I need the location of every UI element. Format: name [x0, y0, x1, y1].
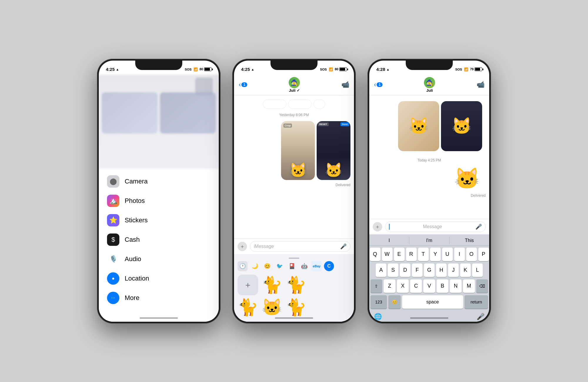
status-icons-3: SOS 📶 79 [455, 67, 482, 71]
chat-header-3: ‹ 1 🧙‍♀️ Juli 📹 [369, 75, 489, 95]
add-sticker-button[interactable]: ＋ [238, 275, 258, 295]
bird-tab[interactable]: 🐦 [275, 261, 285, 271]
sticker-cat-2[interactable]: 🐈 [286, 275, 306, 295]
location-arrow-icon: ▲ [116, 68, 119, 71]
sticker-cat-4[interactable]: 🐱 [262, 298, 282, 317]
key-w[interactable]: W [382, 248, 392, 261]
cash-menu-item[interactable]: $ Cash [99, 230, 219, 249]
sticker-row-2: 🐈 🐱 🐈 [238, 298, 350, 317]
key-j[interactable]: J [448, 263, 459, 277]
phone-3: 4:28 ▲ SOS 📶 79 [368, 59, 491, 323]
status-icons-2: SOS 📶 80 [320, 67, 347, 71]
blur-photo-1 [102, 92, 158, 134]
key-p[interactable]: P [478, 248, 489, 261]
photos-label: Photos [125, 197, 145, 205]
p3-image-1: 🐱 [398, 101, 439, 151]
emoji-tab[interactable]: 😊 [262, 261, 272, 271]
return-key[interactable]: return [465, 295, 488, 309]
message-row-2: Crop 🐱 RESET Done [238, 121, 350, 180]
space-key[interactable]: space [402, 295, 463, 309]
keyboard-suggestions: I I'm This [369, 234, 489, 246]
message-input-3[interactable]: Message 🎤 [385, 221, 486, 232]
key-m[interactable]: M [463, 279, 475, 293]
chat-header-2: ‹ 1 🧙‍♀️ Juli ✓ 📹 [234, 75, 354, 95]
notch-2 [270, 61, 318, 70]
key-c[interactable]: C [410, 279, 422, 293]
contacts-tab[interactable]: C [324, 261, 334, 271]
key-e[interactable]: E [394, 248, 405, 261]
suggestion-this[interactable]: This [450, 237, 489, 244]
sticker-cat-5[interactable]: 🐈 [286, 298, 306, 317]
more-icon: ··· [107, 292, 119, 304]
key-r[interactable]: R [406, 248, 417, 261]
key-n[interactable]: N [450, 279, 462, 293]
sticker-cat-1[interactable]: 🐈 [262, 275, 282, 295]
key-o[interactable]: O [466, 248, 477, 261]
suggestion-i[interactable]: I [369, 237, 409, 244]
key-s[interactable]: S [388, 263, 398, 277]
mic-icon-2: 🎤 [340, 243, 347, 250]
key-v[interactable]: V [423, 279, 435, 293]
key-h[interactable]: H [436, 263, 447, 277]
share-menu: ⬤ Camera 🏔️ Photos ⭐ Stick [99, 169, 219, 322]
camera-menu-item[interactable]: ⬤ Camera [99, 172, 219, 191]
key-l[interactable]: L [472, 263, 483, 277]
message-reactions [238, 99, 350, 109]
more-menu-item[interactable]: ··· More [99, 288, 219, 308]
globe-icon[interactable]: 🌐 [374, 313, 382, 321]
suggestion-im[interactable]: I'm [409, 237, 449, 244]
keyboard-mic-icon[interactable]: 🎤 [477, 313, 485, 321]
battery-1: 80 [200, 67, 212, 71]
numbers-key[interactable]: 123 [370, 295, 387, 309]
robot-tab[interactable]: 🤖 [299, 261, 309, 271]
back-button-3[interactable]: ‹ 1 [374, 81, 382, 89]
cash-icon: $ [107, 233, 119, 246]
blur-photos-row [102, 92, 216, 134]
stickers-menu-item[interactable]: ⭐ Stickers [99, 211, 219, 230]
wifi-icon-2: 📶 [329, 67, 333, 71]
recent-tab[interactable]: 🕐 [238, 261, 248, 271]
audio-menu-item[interactable]: 🎙️ Audio [99, 249, 219, 269]
message-image-1: Crop 🐱 [281, 121, 315, 180]
sticker-cat-3[interactable]: 🐈 [238, 298, 258, 317]
stickers-icon: ⭐ [107, 214, 119, 226]
location-menu-item[interactable]: ● Location [99, 269, 219, 288]
cat-sticker-sent: 🐱 [373, 166, 486, 191]
key-y[interactable]: Y [430, 248, 441, 261]
card-tab[interactable]: 🎴 [287, 261, 297, 271]
add-attachment-button-2[interactable]: ＋ [238, 242, 247, 251]
back-button-2[interactable]: ‹ 1 [239, 81, 247, 89]
key-b[interactable]: B [437, 279, 448, 293]
key-q[interactable]: Q [370, 248, 380, 261]
moon-tab[interactable]: 🌙 [250, 261, 260, 271]
key-u[interactable]: U [442, 248, 453, 261]
camera-label: Camera [125, 178, 148, 185]
key-k[interactable]: K [460, 263, 471, 277]
shift-key[interactable]: ⇧ [370, 279, 382, 293]
battery-3: 79 [470, 67, 482, 71]
wifi-icon-1: 📶 [193, 67, 198, 71]
key-d[interactable]: D [400, 263, 410, 277]
location-arrow-icon-2: ▲ [251, 68, 254, 71]
key-f[interactable]: F [412, 263, 422, 277]
delete-key[interactable]: ⌫ [476, 279, 488, 293]
video-call-button-3[interactable]: 📹 [477, 81, 485, 89]
video-call-button-2[interactable]: 📹 [341, 81, 349, 89]
status-time-2: 4:25 ▲ [241, 67, 254, 72]
add-attachment-button-3[interactable]: ＋ [373, 222, 382, 231]
delivered-label-2: Delivered [238, 183, 350, 187]
key-z[interactable]: Z [384, 279, 395, 293]
key-t[interactable]: T [418, 248, 429, 261]
p3-image-2: 🐱 [441, 101, 482, 151]
key-g[interactable]: G [424, 263, 435, 277]
message-input-2[interactable]: iMessage 🎤 [250, 241, 350, 252]
key-a[interactable]: A [376, 263, 386, 277]
keyboard-row-2: A S D F G H J K L [370, 263, 488, 277]
message-images-3: 🐱 🐱 [373, 98, 486, 154]
photos-menu-item[interactable]: 🏔️ Photos [99, 191, 219, 211]
key-x[interactable]: X [397, 279, 409, 293]
keyboard-rows: Q W E R T Y U I O P A [369, 246, 489, 311]
key-i[interactable]: I [454, 248, 465, 261]
emoji-key[interactable]: 😊 [388, 295, 401, 309]
ebay-tab[interactable]: eBay [312, 261, 322, 271]
